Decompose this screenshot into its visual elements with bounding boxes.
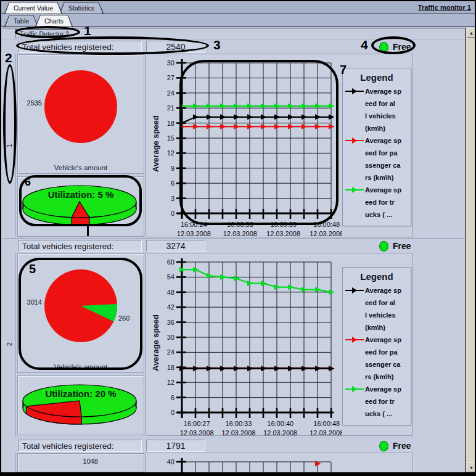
svg-text:12.03.2008: 12.03.2008 <box>266 230 300 237</box>
legend-marker-all-vehicles-icon <box>345 284 365 297</box>
svg-text:36: 36 <box>167 319 174 326</box>
svg-text:15: 15 <box>167 134 174 142</box>
tab-statistics-label: Statistics <box>68 4 94 12</box>
status-indicator: Free <box>379 240 411 252</box>
legend-entry: Average speed for passenger cars (km\h) <box>345 134 408 184</box>
tab-statistics[interactable]: Statistics <box>59 2 104 14</box>
svg-text:16:00:48: 16:00:48 <box>313 221 340 228</box>
svg-text:Utilization: 5 %: Utilization: 5 % <box>48 189 114 200</box>
svg-text:3014: 3014 <box>27 298 42 306</box>
svg-text:12.03.2008: 12.03.2008 <box>221 429 255 436</box>
pie-title: Vehicle's amount <box>18 363 144 371</box>
svg-text:0: 0 <box>171 409 174 416</box>
vehicle-amount-panel: 2535Vehicle's amount <box>17 54 144 174</box>
status-dot-icon <box>379 241 388 252</box>
detector-section-3: Total vehicles registered:1791Free104804… <box>2 438 465 472</box>
speed-line-chart: 0481216202428323640 <box>157 457 342 472</box>
svg-text:1048: 1048 <box>83 458 98 465</box>
window-title: Traffic monitor 1 <box>418 4 475 11</box>
svg-text:12: 12 <box>167 379 174 386</box>
legend-entry-text: Average speed for trucks ( ... <box>365 383 401 420</box>
row-label-gutter: 2 <box>3 253 16 436</box>
tab-current-value[interactable]: Current Value <box>4 2 62 14</box>
status-dot-icon <box>379 441 388 451</box>
status-text: Free <box>393 42 411 52</box>
utilization-panel: Utilization: 5 % <box>17 176 144 237</box>
svg-text:16:00:24: 16:00:24 <box>181 221 207 228</box>
pie-column: 2603014Vehicle's amountUtilization: 20 % <box>17 253 144 436</box>
svg-text:12.03.2008: 12.03.2008 <box>310 230 342 237</box>
vehicle-amount-pie: 2535 <box>18 55 144 161</box>
legend-entry: Average speed for trucks ( ... <box>345 184 408 221</box>
charts-panel: Traffic Detector 2 Total vehicles regist… <box>2 28 466 472</box>
chart-column: Average speed0612182430364248546016:00:2… <box>146 253 413 436</box>
chart-column: 0481216202428323640 <box>146 453 413 472</box>
vertical-scrollbar[interactable]: ▲ ▼ <box>466 28 476 472</box>
svg-text:260: 260 <box>118 314 129 322</box>
pie-column: 1048 <box>17 453 144 472</box>
legend-entry-text: Average speed for all vehicles(km\h) <box>365 85 401 134</box>
scroll-down-button[interactable]: ▼ <box>467 462 476 472</box>
svg-text:16:00:33: 16:00:33 <box>227 221 253 228</box>
legend: LegendAverage speed for all vehicles(km\… <box>342 267 411 425</box>
legend-entry: Average speed for passenger cars (km\h) <box>345 334 408 383</box>
svg-text:48: 48 <box>167 289 174 296</box>
svg-text:16:00:27: 16:00:27 <box>184 420 210 427</box>
chart-column: Average speed03691215182124273016:00:241… <box>146 54 413 237</box>
svg-text:12.03.2008: 12.03.2008 <box>223 230 257 237</box>
tab-table[interactable]: Table <box>4 15 38 27</box>
status-text: Free <box>393 441 411 451</box>
secondary-tab-strip: Table Charts <box>1 14 475 27</box>
svg-text:16:00:33: 16:00:33 <box>226 420 252 427</box>
legend-marker-all-vehicles-icon <box>345 85 365 97</box>
svg-text:6: 6 <box>171 179 174 187</box>
svg-text:42: 42 <box>167 303 174 311</box>
scroll-up-button[interactable]: ▲ <box>467 28 476 38</box>
svg-text:12.03.2008: 12.03.2008 <box>310 429 342 436</box>
legend-marker-trucks-icon <box>345 184 365 196</box>
svg-text:12: 12 <box>167 149 174 157</box>
tab-charts[interactable]: Charts <box>35 15 73 27</box>
status-indicator: Free <box>379 41 411 53</box>
vehicle-amount-pie: 2603014 <box>18 254 144 360</box>
legend-entry: Average speed for trucks ( ... <box>345 383 408 420</box>
row-label-gutter <box>3 453 16 472</box>
vehicle-amount-pie: 1048 <box>18 454 144 472</box>
svg-text:16:00:48: 16:00:48 <box>313 420 340 427</box>
svg-text:16:00:40: 16:00:40 <box>267 420 293 427</box>
legend-marker-passenger-cars-icon <box>345 134 365 147</box>
svg-text:21: 21 <box>167 104 174 112</box>
legend-entry-text: Average speed for all vehicles(km\h) <box>365 284 401 334</box>
legend-marker-passenger-cars-icon <box>345 334 365 346</box>
legend-title: Legend <box>345 72 408 83</box>
legend-entry: Average speed for all vehicles(km\h) <box>345 284 408 334</box>
vehicle-amount-panel: 2603014Vehicle's amount <box>17 253 144 373</box>
svg-text:9: 9 <box>171 165 174 172</box>
svg-text:60: 60 <box>167 258 174 266</box>
primary-tab-strip: Current Value Statistics Traffic monitor… <box>1 1 475 14</box>
svg-text:30: 30 <box>167 59 174 67</box>
pie-column: 2535Vehicle's amountUtilization: 5 % <box>17 54 144 237</box>
svg-text:0: 0 <box>171 210 174 217</box>
svg-text:30: 30 <box>167 334 174 341</box>
detector-section-1: Total vehicles registered:2540Free12535V… <box>2 39 465 238</box>
legend-title: Legend <box>345 271 408 282</box>
utilization-pie: Utilization: 5 % <box>18 177 144 235</box>
legend-entry-text: Average speed for passenger cars (km\h) <box>365 134 401 184</box>
svg-text:16:00:39: 16:00:39 <box>270 221 297 228</box>
row-label-gutter: 1 <box>3 54 16 237</box>
speed-line-chart: 03691215182124273016:00:2412.03.200816:0… <box>157 58 342 237</box>
speed-line-chart: 0612182430364248546016:00:2712.03.200816… <box>157 257 342 436</box>
detector-selector-tab[interactable]: Traffic Detector 2 <box>15 29 76 38</box>
svg-text:27: 27 <box>167 74 174 81</box>
vehicle-amount-panel: 1048 <box>17 453 144 472</box>
svg-text:12.03.2008: 12.03.2008 <box>263 429 297 436</box>
total-vehicles-value: 1791 <box>146 440 205 452</box>
legend-entry: Average speed for all vehicles(km\h) <box>345 85 408 134</box>
total-vehicles-value: 2540 <box>146 41 205 53</box>
detector-label: Traffic Detector 2 <box>20 30 69 38</box>
total-vehicles-value: 3274 <box>146 240 205 252</box>
legend-entry-text: Average speed for trucks ( ... <box>365 184 401 221</box>
legend: LegendAverage speed for all vehicles(km\… <box>342 68 411 226</box>
app-window: Current Value Statistics Traffic monitor… <box>0 0 476 476</box>
